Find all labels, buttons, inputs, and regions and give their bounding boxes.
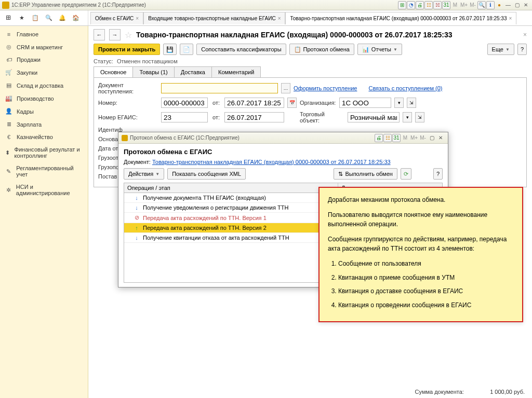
trade-input[interactable]: [348, 112, 400, 122]
dialog-close-icon[interactable]: ✕: [436, 134, 445, 142]
close-doc-icon[interactable]: ×: [523, 31, 527, 38]
m-icon[interactable]: M: [451, 1, 459, 9]
help-button[interactable]: ?: [517, 44, 527, 55]
dialog-maximize-icon[interactable]: ▢: [428, 134, 436, 142]
calendar-icon[interactable]: 31: [442, 1, 450, 9]
info-icon[interactable]: ℹ: [486, 1, 495, 9]
sidebar-item-production[interactable]: 🏭Производство: [0, 92, 88, 105]
calendar-icon[interactable]: 31: [392, 134, 401, 142]
star-icon[interactable]: ★: [17, 13, 27, 23]
sidebar-item-sales[interactable]: 🏷Продажи: [0, 53, 88, 66]
tab-close-icon[interactable]: ×: [136, 16, 139, 21]
sys-icon[interactable]: ◔: [407, 1, 415, 9]
sys-icon[interactable]: ☷: [383, 134, 392, 142]
tab-comment[interactable]: Комментарий: [211, 66, 261, 77]
org-open-button[interactable]: ⇲: [407, 98, 416, 108]
post-button[interactable]: 📄: [180, 44, 193, 55]
sys-icon[interactable]: 🖨: [375, 134, 383, 142]
row-text: Получение документа ТТН ЕГАИС (входящая): [143, 195, 266, 201]
docin-picker-button[interactable]: …: [281, 83, 290, 93]
protocol-button[interactable]: 📋 Протокол обмена: [289, 44, 354, 55]
close-icon[interactable]: ✕: [522, 1, 530, 9]
sidebar-label: Регламентированный учет: [16, 165, 83, 177]
status-line: Статус: Отменен поставщиком: [94, 58, 527, 64]
number-label: Номер:: [98, 100, 158, 106]
favorite-icon[interactable]: ☆: [125, 30, 132, 40]
exchange-button[interactable]: ⇅ Выполнить обмен: [334, 168, 397, 180]
more-button[interactable]: Еще ▼: [487, 44, 514, 55]
date-input[interactable]: [224, 98, 284, 108]
sidebar-item-salary[interactable]: ≣Зарплата: [0, 118, 88, 131]
tab-goods[interactable]: Товары (1): [132, 66, 174, 77]
row-text: Передача акта расхождений по ТТН. Версия…: [143, 225, 267, 231]
dialog-help-button[interactable]: ?: [433, 168, 443, 180]
tab-incoming[interactable]: Входящие товарно-транспортные накладные …: [143, 12, 285, 24]
apps-icon[interactable]: 𐌎: [3, 13, 14, 23]
search-icon[interactable]: 🔍: [44, 13, 54, 23]
sidebar-item-accounting[interactable]: ✎Регламентированный учет: [0, 162, 88, 181]
home-icon[interactable]: 🏠: [71, 13, 81, 23]
sidebar-item-warehouse[interactable]: ▤Склад и доставка: [0, 79, 88, 92]
forward-button[interactable]: →: [109, 29, 121, 40]
tab-ttn-doc[interactable]: Товарно-транспортная накладная ЕГАИС (вх…: [285, 12, 516, 24]
col-operation[interactable]: Операция / этап: [124, 183, 338, 193]
tab-exchange[interactable]: Обмен с ЕГАИС ×: [90, 12, 143, 24]
search-icon[interactable]: 🔍: [477, 1, 486, 9]
org-input[interactable]: [339, 98, 391, 108]
document-tabs: Обмен с ЕГАИС × Входящие товарно-транспо…: [88, 10, 532, 25]
trade-picker-button[interactable]: ▾: [403, 112, 412, 122]
reports-button[interactable]: 📊 Отчеты ▼: [357, 44, 402, 55]
btn-label: Действия: [128, 171, 153, 177]
dialog-doc-link[interactable]: Товарно-транспортная накладная ЕГАИС (вх…: [152, 159, 391, 165]
back-button[interactable]: ←: [94, 29, 105, 40]
save-close-button[interactable]: Провести и закрыть: [94, 44, 160, 55]
date2-input[interactable]: [224, 112, 284, 122]
tab-delivery[interactable]: Доставка: [174, 66, 212, 77]
sys-icon[interactable]: ☷: [424, 1, 433, 9]
egaisnum-input[interactable]: [161, 112, 208, 122]
sidebar-item-main[interactable]: ≡Главное: [0, 28, 88, 40]
form-tabs: Основное Товары (1) Доставка Комментарий: [94, 66, 527, 78]
sys-icon[interactable]: ⊞: [398, 1, 406, 9]
factory-icon: 🏭: [5, 95, 12, 102]
m-plus-icon[interactable]: M+: [410, 134, 418, 142]
date-picker-button[interactable]: 📅: [287, 98, 297, 108]
from-label: от:: [211, 100, 221, 106]
clipboard-icon[interactable]: 📋: [30, 13, 41, 23]
m-icon[interactable]: M: [401, 134, 409, 142]
m-minus-icon[interactable]: M-: [419, 134, 427, 142]
org-picker-button[interactable]: ▾: [394, 98, 404, 108]
sidebar-label: НСИ и администрирование: [16, 184, 83, 196]
save-button[interactable]: 💾: [163, 44, 177, 55]
sidebar-item-crm[interactable]: ◎CRM и маркетинг: [0, 40, 88, 53]
tab-close-icon[interactable]: ×: [278, 16, 281, 21]
trade-open-button[interactable]: ⇲: [415, 112, 424, 122]
sidebar-item-finance[interactable]: ⬍Финансовый результат и контроллинг: [0, 143, 88, 162]
refresh-button[interactable]: ⟳: [401, 168, 411, 180]
app-bar: 𐌎 ★ 📋 🔍 🔔 🏠 Обмен с ЕГАИС × Входящие тов…: [0, 10, 532, 26]
sidebar-item-nsi[interactable]: ✲НСИ и администрирование: [0, 181, 88, 199]
help-icon[interactable]: ●: [495, 1, 503, 9]
sys-icon[interactable]: 🖨: [416, 1, 424, 9]
bind-link[interactable]: Связать с поступлением (0): [368, 85, 442, 91]
m-minus-icon[interactable]: M-: [469, 1, 477, 9]
m-plus-icon[interactable]: M+: [460, 1, 468, 9]
tab-main[interactable]: Основное: [94, 66, 133, 77]
sidebar-item-purchase[interactable]: 🛒Закупки: [0, 66, 88, 79]
show-xml-button[interactable]: Показать сообщения XML: [167, 168, 246, 180]
maximize-icon[interactable]: ▢: [513, 1, 521, 9]
bell-icon[interactable]: 🔔: [57, 13, 68, 23]
docin-input[interactable]: [161, 83, 278, 93]
process-link[interactable]: Оформить поступление: [294, 85, 357, 91]
sys-icon[interactable]: ☵: [433, 1, 442, 9]
document-header: ← → ☆ Товарно-транспортная накладная ЕГА…: [94, 29, 527, 40]
minimize-icon[interactable]: —: [504, 1, 512, 9]
match-classifiers-button[interactable]: Сопоставить классификаторы: [196, 44, 286, 55]
app-logo-icon: [2, 2, 9, 9]
number-input[interactable]: [161, 98, 208, 108]
document-title: Товарно-транспортная накладная ЕГАИС (вх…: [136, 31, 452, 39]
actions-button[interactable]: Действия ▼: [124, 168, 164, 180]
sidebar-item-treasury[interactable]: €Казначейство: [0, 131, 88, 143]
tab-close-icon[interactable]: ×: [509, 16, 512, 21]
sidebar-item-hr[interactable]: 👤Кадры: [0, 105, 88, 118]
